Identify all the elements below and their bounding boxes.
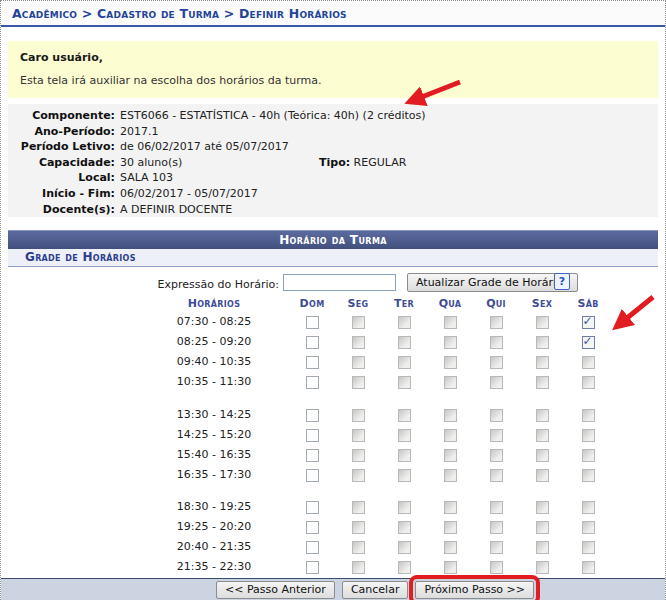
schedule-checkbox[interactable] bbox=[398, 449, 411, 462]
schedule-checkbox[interactable] bbox=[306, 501, 319, 514]
schedule-checkbox[interactable] bbox=[582, 561, 595, 574]
schedule-checkbox[interactable] bbox=[444, 316, 457, 329]
schedule-checkbox[interactable] bbox=[490, 521, 503, 534]
schedule-checkbox[interactable] bbox=[306, 449, 319, 462]
schedule-checkbox[interactable] bbox=[306, 429, 319, 442]
schedule-checkbox[interactable] bbox=[352, 561, 365, 574]
schedule-checkbox[interactable] bbox=[398, 376, 411, 389]
schedule-checkbox[interactable] bbox=[582, 429, 595, 442]
expression-input[interactable] bbox=[283, 274, 396, 291]
schedule-checkbox[interactable] bbox=[352, 409, 365, 422]
schedule-checkbox[interactable] bbox=[536, 469, 549, 482]
schedule-checkbox[interactable] bbox=[306, 376, 319, 389]
schedule-checkbox[interactable] bbox=[352, 469, 365, 482]
schedule-checkbox[interactable] bbox=[490, 561, 503, 574]
schedule-checkbox[interactable] bbox=[306, 316, 319, 329]
schedule-checkbox[interactable] bbox=[352, 356, 365, 369]
schedule-checkbox[interactable] bbox=[490, 336, 503, 349]
schedule-checkbox[interactable] bbox=[306, 469, 319, 482]
day-header: Dom bbox=[289, 295, 335, 311]
schedule-checkbox[interactable] bbox=[444, 356, 457, 369]
schedule-checkbox[interactable] bbox=[398, 501, 411, 514]
schedule-checkbox[interactable] bbox=[306, 541, 319, 554]
schedule-checkbox[interactable] bbox=[444, 376, 457, 389]
schedule-checkbox[interactable] bbox=[536, 376, 549, 389]
schedule-checkbox[interactable] bbox=[444, 336, 457, 349]
schedule-checkbox[interactable] bbox=[352, 449, 365, 462]
schedule-checkbox[interactable] bbox=[398, 561, 411, 574]
schedule-checkbox[interactable] bbox=[582, 376, 595, 389]
schedule-checkbox[interactable] bbox=[536, 521, 549, 534]
help-icon[interactable]: ? bbox=[554, 273, 570, 290]
checkbox-cell bbox=[381, 496, 427, 516]
schedule-checkbox[interactable] bbox=[352, 541, 365, 554]
schedule-checkbox[interactable] bbox=[490, 376, 503, 389]
checkbox-cell bbox=[335, 536, 381, 556]
schedule-checkbox[interactable] bbox=[490, 449, 503, 462]
cancel-button[interactable]: Cancelar bbox=[342, 581, 409, 599]
checkbox-cell bbox=[565, 464, 611, 484]
schedule-checkbox[interactable] bbox=[352, 429, 365, 442]
next-step-button[interactable]: Próximo Passo >> bbox=[415, 581, 534, 599]
schedule-checkbox[interactable] bbox=[398, 541, 411, 554]
schedule-checkbox[interactable] bbox=[536, 316, 549, 329]
schedule-checkbox[interactable] bbox=[444, 409, 457, 422]
schedule-checkbox[interactable] bbox=[398, 429, 411, 442]
schedule-checkbox[interactable] bbox=[490, 356, 503, 369]
schedule-checkbox[interactable] bbox=[444, 561, 457, 574]
schedule-checkbox[interactable] bbox=[490, 316, 503, 329]
schedule-checkbox[interactable] bbox=[398, 336, 411, 349]
schedule-checkbox[interactable] bbox=[536, 429, 549, 442]
schedule-checkbox[interactable] bbox=[352, 316, 365, 329]
schedule-checkbox[interactable] bbox=[582, 449, 595, 462]
schedule-checkbox[interactable] bbox=[444, 521, 457, 534]
schedule-checkbox[interactable] bbox=[536, 336, 549, 349]
schedule-checkbox[interactable] bbox=[582, 316, 595, 329]
schedule-checkbox[interactable] bbox=[582, 356, 595, 369]
schedule-checkbox[interactable] bbox=[306, 521, 319, 534]
schedule-checkbox[interactable] bbox=[306, 561, 319, 574]
schedule-checkbox[interactable] bbox=[582, 521, 595, 534]
schedule-checkbox[interactable] bbox=[398, 521, 411, 534]
schedule-checkbox[interactable] bbox=[398, 409, 411, 422]
schedule-checkbox[interactable] bbox=[352, 521, 365, 534]
schedule-checkbox[interactable] bbox=[444, 429, 457, 442]
schedule-checkbox[interactable] bbox=[582, 469, 595, 482]
schedule-checkbox[interactable] bbox=[536, 356, 549, 369]
previous-step-button[interactable]: << Passo Anterior bbox=[216, 581, 335, 599]
schedule-checkbox[interactable] bbox=[306, 336, 319, 349]
schedule-checkbox[interactable] bbox=[306, 356, 319, 369]
detail-value: REGULAR bbox=[354, 156, 407, 169]
schedule-checkbox[interactable] bbox=[536, 449, 549, 462]
schedule-checkbox[interactable] bbox=[398, 356, 411, 369]
schedule-checkbox[interactable] bbox=[536, 561, 549, 574]
update-grid-button[interactable]: Atualizar Grade de Horários bbox=[407, 273, 578, 292]
schedule-checkbox[interactable] bbox=[582, 409, 595, 422]
checkbox-cell bbox=[335, 516, 381, 536]
schedule-checkbox[interactable] bbox=[490, 469, 503, 482]
schedule-checkbox[interactable] bbox=[444, 501, 457, 514]
schedule-checkbox[interactable] bbox=[398, 316, 411, 329]
detail-label: Início - Fim: bbox=[8, 186, 115, 202]
schedule-checkbox[interactable] bbox=[490, 409, 503, 422]
schedule-checkbox[interactable] bbox=[582, 501, 595, 514]
schedule-checkbox[interactable] bbox=[582, 541, 595, 554]
schedule-checkbox[interactable] bbox=[306, 409, 319, 422]
schedule-checkbox[interactable] bbox=[352, 501, 365, 514]
checkbox-cell bbox=[473, 496, 519, 516]
schedule-checkbox[interactable] bbox=[582, 336, 595, 349]
schedule-checkbox[interactable] bbox=[490, 541, 503, 554]
schedule-checkbox[interactable] bbox=[352, 336, 365, 349]
schedule-checkbox[interactable] bbox=[490, 429, 503, 442]
schedule-checkbox[interactable] bbox=[536, 409, 549, 422]
breadcrumb[interactable]: Acadêmico > Cadastro de Turma > Definir … bbox=[1, 2, 665, 27]
schedule-checkbox[interactable] bbox=[444, 469, 457, 482]
schedule-checkbox[interactable] bbox=[444, 449, 457, 462]
schedule-checkbox[interactable] bbox=[444, 541, 457, 554]
schedule-checkbox[interactable] bbox=[490, 501, 503, 514]
schedule-checkbox[interactable] bbox=[536, 501, 549, 514]
schedule-checkbox[interactable] bbox=[536, 541, 549, 554]
schedule-checkbox[interactable] bbox=[352, 376, 365, 389]
schedule-checkbox[interactable] bbox=[398, 469, 411, 482]
detail-value: EST6066 - ESTATÍSTICA - 40h (Teórica: 40… bbox=[120, 109, 426, 122]
